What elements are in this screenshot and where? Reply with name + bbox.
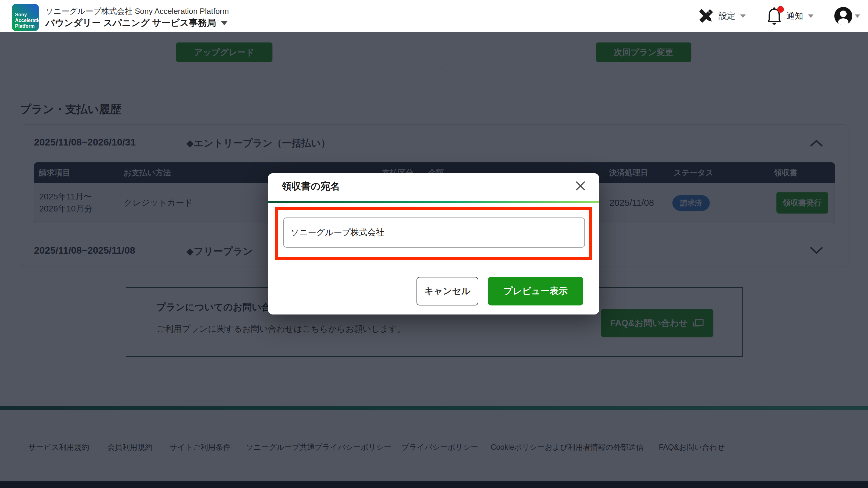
receipt-name-input[interactable] <box>283 218 585 248</box>
notifications-menu[interactable]: 通知 <box>767 7 813 25</box>
avatar <box>834 7 852 25</box>
settings-label: 設定 <box>718 10 735 22</box>
logo-line1: Sony <box>15 12 39 18</box>
service-title: バウンダリー スパニング サービス事務局 <box>45 17 216 29</box>
close-icon[interactable] <box>574 179 587 193</box>
settings-menu[interactable]: 設定 <box>698 8 746 24</box>
cancel-button[interactable]: キャンセル <box>416 277 478 305</box>
chevron-down-icon <box>855 14 860 18</box>
preview-button[interactable]: プレビュー表示 <box>488 277 583 305</box>
logo-line2: Acceleration <box>15 18 39 23</box>
organization-title: ソニーグループ株式会社 Sony Acceleration Platform <box>45 6 229 17</box>
divider <box>756 6 756 26</box>
settings-tools-icon <box>698 8 714 24</box>
account-menu[interactable] <box>834 7 860 25</box>
logo-line3: Platform <box>15 23 39 29</box>
receipt-name-modal: 領収書の宛名 キャンセル プレビュー表示 <box>268 173 599 315</box>
chevron-down-icon[interactable] <box>221 21 227 25</box>
chevron-down-icon <box>808 14 813 18</box>
notification-dot <box>777 6 784 13</box>
modal-title: 領収書の宛名 <box>282 180 340 193</box>
app-header: Sony Acceleration Platform ソニーグループ株式会社 S… <box>0 0 868 32</box>
header-controls: 設定 通知 <box>698 0 860 32</box>
notifications-label: 通知 <box>786 10 803 22</box>
screen: アップグレード 次回プラン変更 プラン・支払い履歴 2025/11/08~202… <box>0 0 868 488</box>
service-selector[interactable]: バウンダリー スパニング サービス事務局 <box>45 17 227 29</box>
modal-gradient-divider <box>268 201 599 203</box>
chevron-down-icon <box>740 14 746 18</box>
sony-acceleration-logo: Sony Acceleration Platform <box>12 4 39 31</box>
